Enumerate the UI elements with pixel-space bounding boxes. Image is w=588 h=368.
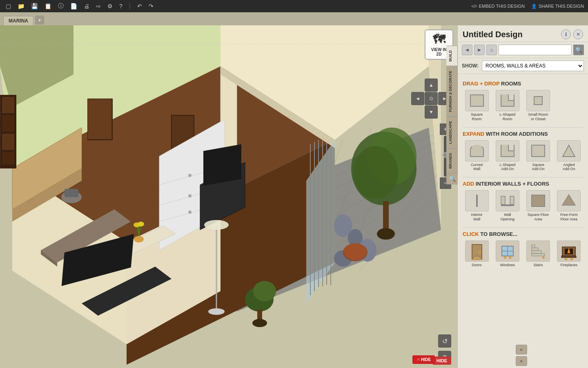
side-tab-landscape[interactable]: LANDSCAPE	[446, 117, 458, 148]
fireplaces-card[interactable]: Fireplaces	[555, 240, 583, 267]
nav-center-button[interactable]: ⊙	[425, 92, 438, 105]
svg-point-93	[479, 251, 481, 253]
info-icon[interactable]: ⓘ	[56, 2, 65, 11]
share-link[interactable]: 👤 SHARE THIS DESIGN	[531, 4, 584, 9]
panel-header: Untitled Design ℹ ✕	[458, 25, 588, 42]
side-tab-search[interactable]: 🔍	[446, 173, 458, 184]
l-shaped-addon-shape	[501, 145, 514, 157]
l-shaped-room-card[interactable]: L-ShapedRoom	[493, 90, 521, 121]
export-icon[interactable]: ⇨	[94, 2, 102, 10]
nav-forward-button[interactable]: ►	[474, 45, 485, 55]
small-room-card[interactable]: Small Roomor Closet	[524, 90, 552, 121]
nav-left-button[interactable]: ◄	[411, 92, 424, 105]
nav-back-button[interactable]: ◄	[462, 45, 472, 55]
doors-icon-box	[465, 240, 489, 262]
right-panel: BUILD FURNISH & DECORATE LANDSCAPE BRAND…	[457, 25, 588, 368]
svg-rect-42	[2, 97, 14, 113]
freeform-floor-card[interactable]: Free-FormFloor Area	[555, 190, 583, 222]
svg-marker-91	[562, 195, 575, 205]
wall-opening-shape	[499, 193, 516, 209]
search-input[interactable]	[499, 45, 572, 55]
square-room-shape	[470, 94, 484, 107]
embed-link[interactable]: </> EMBED THIS DESIGN	[471, 4, 525, 9]
svg-point-99	[504, 256, 506, 259]
search-button[interactable]: 🔍	[573, 45, 584, 55]
svg-rect-44	[2, 134, 14, 150]
show-label: SHOW:	[462, 63, 479, 69]
wall-opening-card[interactable]: WallOpening	[493, 190, 521, 222]
report-icon[interactable]: 📄	[69, 2, 79, 10]
nav-up-button[interactable]: ▲	[425, 79, 438, 92]
wall-opening-label: WallOpening	[501, 213, 514, 222]
square-room-card[interactable]: SquareRoom	[463, 90, 491, 121]
svg-point-69	[208, 308, 225, 315]
map-icon: 🗺	[429, 33, 449, 47]
svg-point-111	[565, 258, 567, 260]
side-tab-brands[interactable]: BRANDS	[446, 148, 458, 173]
hide-overlay-button[interactable]: ✕ HIDE	[412, 355, 435, 364]
l-shaped-addon-icon-box	[496, 140, 519, 162]
browse-grid: Doors Windows	[463, 240, 583, 267]
new-file-icon[interactable]: ▢	[4, 2, 13, 10]
angled-addon-card[interactable]: AngledAdd-On	[555, 140, 583, 172]
code-icon: </>	[471, 4, 477, 9]
curved-wall-icon-box	[465, 140, 489, 162]
svg-point-70	[204, 220, 229, 230]
section-browse-highlight: CLICK	[463, 231, 479, 237]
add-tab-button[interactable]: +	[35, 16, 44, 25]
expand-grid: CurvedWall L-ShapedAdd-On SquareAdd-On	[463, 140, 583, 172]
print-icon[interactable]: 🖨	[82, 2, 91, 10]
side-tab-build[interactable]: BUILD	[446, 46, 458, 66]
redo-icon[interactable]: ↷	[147, 2, 155, 10]
window-shape	[499, 241, 516, 261]
divider-1	[463, 127, 583, 128]
interior-wall-shape	[476, 195, 478, 207]
collapse-up-button[interactable]: «	[516, 345, 527, 355]
settings-icon[interactable]: ⚙	[106, 2, 114, 10]
square-addon-card[interactable]: SquareAdd-On	[524, 140, 552, 172]
curved-wall-card[interactable]: CurvedWall	[463, 140, 491, 172]
doors-label: Doors	[472, 263, 482, 267]
small-room-shape	[534, 96, 543, 105]
collapse-down-button[interactable]: »	[516, 356, 527, 366]
svg-point-94	[473, 258, 476, 260]
windows-card[interactable]: Windows	[493, 240, 521, 267]
info-circle-button[interactable]: ℹ	[561, 29, 571, 39]
help-icon[interactable]: ?	[118, 2, 124, 10]
tabbar: MARINA +	[0, 12, 588, 25]
square-floor-shape	[531, 195, 545, 207]
stairs-card[interactable]: Stairs	[524, 240, 552, 267]
square-addon-icon-box	[526, 140, 550, 162]
divider-2	[463, 177, 583, 177]
l-shaped-addon-card[interactable]: L-ShapedAdd-On	[493, 140, 521, 172]
refresh-button[interactable]: ↺	[438, 334, 451, 348]
nav-home-button[interactable]: ⌂	[486, 45, 497, 55]
svg-point-62	[138, 222, 144, 227]
freeform-floor-label: Free-FormFloor Area	[560, 213, 578, 222]
windows-label: Windows	[500, 263, 515, 267]
save-as-icon[interactable]: 📋	[43, 2, 53, 10]
canvas-area[interactable]: 🗺 VIEW IN 2D ▲ ◄ ⊙ ► ▼ + − ↺ ⚙ HIDE	[0, 25, 457, 368]
svg-point-50	[188, 174, 192, 177]
divider-3	[463, 227, 583, 228]
nav-down-button[interactable]: ▼	[425, 105, 438, 119]
save-icon[interactable]: 💾	[29, 2, 40, 10]
section-interior: ADD INTERIOR WALLS + FLOORS	[463, 181, 583, 187]
svg-marker-87	[563, 145, 575, 157]
active-tab[interactable]: MARINA	[3, 16, 33, 25]
square-floor-label: Square FloorArea	[528, 213, 549, 222]
interior-wall-card[interactable]: InteriorWall	[463, 190, 491, 222]
angled-addon-icon-box	[557, 140, 581, 162]
hide-button[interactable]: HIDE	[432, 357, 451, 365]
square-floor-card[interactable]: Square FloorArea	[524, 190, 552, 222]
doors-card[interactable]: Doors	[463, 240, 491, 267]
side-tab-furnish[interactable]: FURNISH & DECORATE	[446, 66, 458, 117]
square-room-label: SquareRoom	[471, 112, 483, 121]
close-panel-button[interactable]: ✕	[573, 29, 583, 39]
svg-rect-101	[532, 254, 545, 256]
show-select[interactable]: ROOMS, WALLS & AREAS FLOORS FURNITURE AL…	[482, 61, 584, 71]
small-room-label: Small Roomor Closet	[528, 112, 548, 121]
undo-icon[interactable]: ↶	[136, 2, 144, 10]
svg-rect-40	[65, 189, 78, 197]
open-icon[interactable]: 📁	[16, 2, 26, 10]
